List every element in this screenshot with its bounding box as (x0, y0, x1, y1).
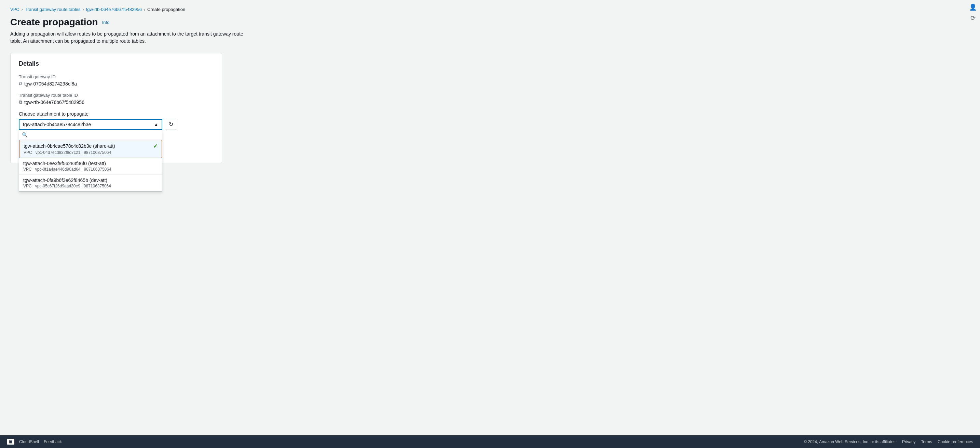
check-icon-0: ✓ (153, 143, 158, 150)
item-name-0: tgw-attach-0b4cae578c4c82b3e (share-att) (24, 143, 115, 149)
tgw-rtb-value-row: ⧉ tgw-rtb-064e76b67f5482956 (19, 99, 213, 105)
item-account-2: 987106375064 (84, 183, 111, 188)
breadcrumb-vpc[interactable]: VPC (10, 7, 19, 12)
attachment-dropdown[interactable]: tgw-attach-0b4cae578c4c82b3e ▲ 🔍 tgw-att… (19, 119, 162, 130)
item-account-0: 987106375064 (84, 150, 111, 155)
tgw-id-label: Transit gateway ID (19, 74, 213, 79)
terms-link[interactable]: Terms (921, 440, 932, 444)
cloudshell-label[interactable]: CloudShell (19, 440, 39, 444)
tgw-rtb-group: Transit gateway route table ID ⧉ tgw-rtb… (19, 92, 213, 105)
item-type-2: VPC (23, 183, 32, 188)
search-icon: 🔍 (22, 132, 28, 137)
bottom-right: © 2024, Amazon Web Services, Inc. or its… (804, 440, 973, 444)
info-link[interactable]: Info (102, 20, 110, 25)
item-vpc-0: vpc-04d7ecd832f8d7c21 (35, 150, 80, 155)
refresh-button[interactable]: ↻ (166, 119, 176, 130)
tgw-id-copy-icon[interactable]: ⧉ (19, 81, 22, 86)
item-type-1: VPC (23, 167, 32, 172)
refresh-icon: ↻ (169, 121, 173, 128)
bottom-left: ▣ CloudShell Feedback (7, 439, 62, 445)
page-title-row: Create propagation Info (10, 17, 970, 28)
selected-value: tgw-attach-0b4cae578c4c82b3e (23, 122, 91, 127)
cookie-link[interactable]: Cookie preferences (938, 440, 973, 444)
dropdown-item-1[interactable]: tgw-attach-0ee3f9f56283f36f0 (test-att) … (19, 158, 162, 175)
item-name-1: tgw-attach-0ee3f9f56283f36f0 (test-att) (23, 161, 106, 166)
item-vpc-1: vpc-0f1a4ae446d90ad64 (35, 167, 81, 172)
breadcrumb-current: Create propagation (147, 7, 185, 12)
dropdown-panel: 🔍 tgw-attach-0b4cae578c4c82b3e (share-at… (19, 130, 162, 191)
details-card: Details Transit gateway ID ⧉ tgw-07054d8… (10, 53, 222, 163)
attachment-group: Choose attachment to propagate tgw-attac… (19, 111, 213, 130)
tgw-rtb-label: Transit gateway route table ID (19, 92, 213, 98)
tgw-id-value-row: ⧉ tgw-07054d8274298cf8a (19, 81, 213, 86)
breadcrumb-sep-1: › (22, 7, 23, 12)
item-account-1: 987106375064 (84, 167, 111, 172)
breadcrumb-route-table-id[interactable]: tgw-rtb-064e76b67f5482956 (86, 7, 142, 12)
breadcrumb-route-tables[interactable]: Transit gateway route tables (25, 7, 81, 12)
details-header: Details (19, 60, 213, 67)
item-name-2: tgw-attach-0fa9b6f3e62f8465b (dev-att) (23, 177, 107, 183)
page-description: Adding a propagation will allow routes t… (10, 30, 250, 45)
item-main-row-1: tgw-attach-0ee3f9f56283f36f0 (test-att) (23, 161, 158, 166)
dropdown-row: tgw-attach-0b4cae578c4c82b3e ▲ 🔍 tgw-att… (19, 119, 213, 130)
tgw-rtb-copy-icon[interactable]: ⧉ (19, 99, 22, 105)
dropdown-selected[interactable]: tgw-attach-0b4cae578c4c82b3e ▲ (19, 119, 162, 130)
breadcrumb-sep-3: › (144, 7, 145, 12)
main-content: VPC › Transit gateway route tables › tgw… (0, 0, 980, 435)
copyright-text: © 2024, Amazon Web Services, Inc. or its… (804, 440, 897, 444)
user-icon[interactable]: 👤 (969, 3, 977, 11)
cloudshell-icon: ▣ (7, 439, 14, 445)
breadcrumb-sep-2: › (83, 7, 84, 12)
privacy-link[interactable]: Privacy (902, 440, 915, 444)
settings-icon[interactable]: ⟳ (969, 14, 977, 22)
item-vpc-2: vpc-05c67f26d9aad30e9 (35, 183, 80, 188)
dropdown-arrow-icon: ▲ (154, 122, 158, 127)
tgw-id-group: Transit gateway ID ⧉ tgw-07054d8274298cf… (19, 74, 213, 86)
item-type-0: VPC (24, 150, 32, 155)
item-main-row-2: tgw-attach-0fa9b6f3e62f8465b (dev-att) (23, 177, 158, 183)
item-meta-2: VPC vpc-05c67f26d9aad30e9 987106375064 (23, 183, 158, 188)
tgw-rtb-value: tgw-rtb-064e76b67f5482956 (24, 99, 84, 105)
tgw-id-value: tgw-07054d8274298cf8a (24, 81, 77, 86)
item-meta-0: VPC vpc-04d7ecd832f8d7c21 987106375064 (24, 150, 158, 155)
page-title: Create propagation (10, 17, 98, 28)
dropdown-item-2[interactable]: tgw-attach-0fa9b6f3e62f8465b (dev-att) V… (19, 175, 162, 191)
attachment-search-input[interactable] (30, 132, 159, 137)
feedback-link[interactable]: Feedback (44, 440, 62, 444)
dropdown-item-0[interactable]: tgw-attach-0b4cae578c4c82b3e (share-att)… (19, 140, 162, 158)
item-meta-1: VPC vpc-0f1a4ae446d90ad64 987106375064 (23, 167, 158, 172)
bottom-bar: ▣ CloudShell Feedback © 2024, Amazon Web… (0, 435, 980, 448)
breadcrumb: VPC › Transit gateway route tables › tgw… (10, 7, 970, 12)
item-main-row-0: tgw-attach-0b4cae578c4c82b3e (share-att)… (24, 143, 158, 150)
search-row: 🔍 (19, 130, 162, 140)
attachment-label: Choose attachment to propagate (19, 111, 213, 116)
